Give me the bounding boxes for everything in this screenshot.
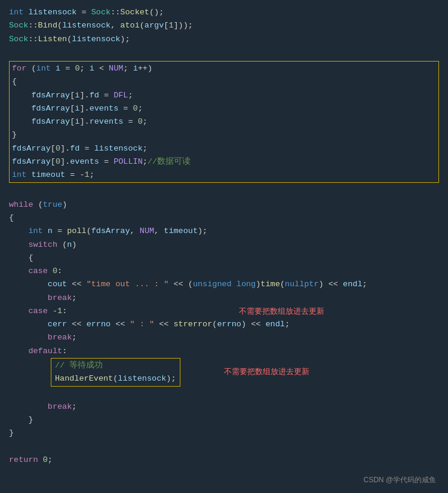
code-line: } [9,414,439,427]
code-line: int timeout = -1; [12,169,436,182]
code-line [9,185,439,198]
code-line: fdsArray[0].fd = listensock; [12,142,436,155]
code-line: cout << "time out ... : " << (unsigned l… [9,278,439,291]
code-line: HandlerEvent(listensock); [55,372,176,385]
code-line: switch (n) [9,238,439,252]
code-line [9,440,439,454]
code-line: int listensock = Sock::Socket(); [9,6,439,19]
highlighted-default-block: // 等待成功 HandlerEvent(listensock); 不需要把数组… [51,358,180,387]
code-container: int listensock = Sock::Socket(); Sock::B… [0,0,448,493]
code-line: { [9,212,439,225]
code-line: { [12,75,436,88]
highlighted-for-block: for (int i = 0; i < NUM; i++) { fdsArray… [9,61,439,183]
code-line: Sock::Bind(listensock, atoi(argv[1])); [9,19,439,32]
code-line [9,46,439,59]
code-line: fdsArray[0].events = POLLIN;//数据可读 [12,155,436,169]
code-line: for (int i = 0; i < NUM; i++) [12,62,436,75]
code-line: while (true) [9,198,439,212]
code-line: break; [9,292,439,305]
code-line: case 0: [9,265,439,278]
code-line: return 0; [9,454,439,467]
code-line: } [12,128,436,142]
code-line: default: [9,345,439,358]
watermark: CSDN @学代码的咸鱼 [363,474,436,486]
code-line: fdsArray[i].fd = DFL; [12,89,436,102]
code-line [9,387,439,400]
code-line: } [9,427,439,440]
code-line: int n = poll(fdsArray, NUM, timeout); [9,225,439,238]
code-line: case -1: [9,305,439,318]
code-line: Sock::Listen(listensock); [9,33,439,46]
highlighted-default-inner: // 等待成功 HandlerEvent(listensock); [51,358,180,387]
code-line: break; [9,400,439,414]
code-line: { [9,252,439,265]
code-line: break; [9,331,439,344]
code-line: fdsArray[i].revents = 0; [12,115,436,128]
annotation-overlay: 不需要把数组放进去更新 [239,306,324,317]
code-line: fdsArray[i].events = 0; [12,102,436,115]
code-line: // 等待成功 [55,359,176,372]
code-line: cerr << errno << " : " << strerror(errno… [9,318,439,331]
